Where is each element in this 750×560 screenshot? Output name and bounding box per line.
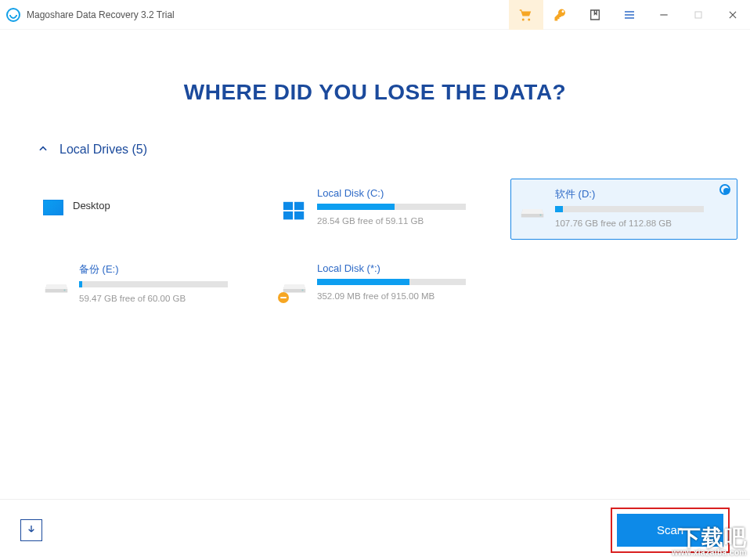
svg-point-6: [63, 289, 65, 291]
section-title: Local Drives (5): [59, 143, 147, 157]
drive-meta: 59.47 GB free of 60.00 GB: [79, 294, 250, 303]
section-header-local-drives[interactable]: Local Drives (5): [0, 143, 750, 157]
download-icon: [25, 524, 38, 537]
selected-radio-icon: [719, 184, 730, 195]
drive-usage-bar: [555, 206, 704, 212]
cart-button[interactable]: [509, 0, 543, 30]
drive-usage-bar: [317, 204, 466, 210]
drives-grid: Desktop Local Disk (C:) 28.54 GB free of…: [0, 179, 750, 315]
scan-button-label: Scan: [657, 523, 683, 537]
hdd-warn-icon: [281, 273, 308, 300]
bookmark-icon: [589, 9, 601, 21]
drive-label: Local Disk (C:): [317, 187, 488, 199]
chevron-up-icon: [38, 143, 49, 157]
svg-rect-4: [294, 211, 304, 219]
drive-label: Local Disk (*:): [317, 262, 488, 274]
menu-icon: [623, 9, 636, 21]
drive-desktop[interactable]: Desktop: [34, 179, 261, 240]
close-icon: [727, 9, 738, 20]
minimize-icon: [658, 9, 669, 20]
drive-usage-bar: [317, 279, 466, 285]
hdd-icon: [43, 273, 70, 300]
page-heading: WHERE DID YOU LOSE THE DATA?: [0, 80, 750, 105]
drive-local-disk-star[interactable]: Local Disk (*:) 352.09 MB free of 915.00…: [272, 254, 499, 315]
warning-badge-icon: [278, 292, 289, 303]
drive-label: 备份 (E:): [79, 262, 250, 276]
drive-label: Desktop: [73, 200, 250, 211]
drive-meta: 28.54 GB free of 59.11 GB: [317, 216, 488, 226]
import-button[interactable]: [20, 519, 42, 541]
close-button[interactable]: [716, 0, 750, 30]
bookmark-button[interactable]: [578, 0, 612, 30]
drive-usage-bar: [79, 281, 228, 287]
app-title: Magoshare Data Recovery 3.2 Trial: [27, 9, 175, 20]
svg-point-5: [539, 214, 541, 215]
menu-button[interactable]: [612, 0, 647, 30]
maximize-button[interactable]: [681, 0, 716, 30]
scan-button[interactable]: Scan: [617, 514, 723, 547]
drive-backup-e[interactable]: 备份 (E:) 59.47 GB free of 60.00 GB: [34, 254, 261, 315]
footer: Scan: [0, 499, 750, 560]
app-logo-icon: [6, 8, 20, 22]
key-icon: [553, 8, 568, 22]
cart-icon: [519, 8, 533, 22]
titlebar: Magoshare Data Recovery 3.2 Trial: [0, 0, 750, 30]
drive-meta: 107.76 GB free of 112.88 GB: [555, 219, 726, 228]
desktop-icon: [43, 200, 63, 215]
minimize-button[interactable]: [647, 0, 681, 30]
hdd-icon: [519, 198, 546, 225]
drive-software-d[interactable]: 软件 (D:) 107.76 GB free of 112.88 GB: [510, 179, 737, 240]
svg-rect-2: [294, 202, 304, 210]
key-button[interactable]: [543, 0, 578, 30]
windows-drive-icon: [281, 198, 308, 225]
svg-rect-3: [283, 211, 293, 219]
drive-local-disk-c[interactable]: Local Disk (C:) 28.54 GB free of 59.11 G…: [272, 179, 499, 240]
scan-highlight-box: Scan: [611, 508, 730, 553]
drive-meta: 352.09 MB free of 915.00 MB: [317, 291, 488, 301]
svg-rect-1: [283, 202, 293, 210]
svg-point-7: [301, 289, 303, 291]
drive-label: 软件 (D:): [555, 187, 726, 201]
svg-rect-0: [695, 12, 701, 18]
maximize-icon: [694, 10, 703, 20]
